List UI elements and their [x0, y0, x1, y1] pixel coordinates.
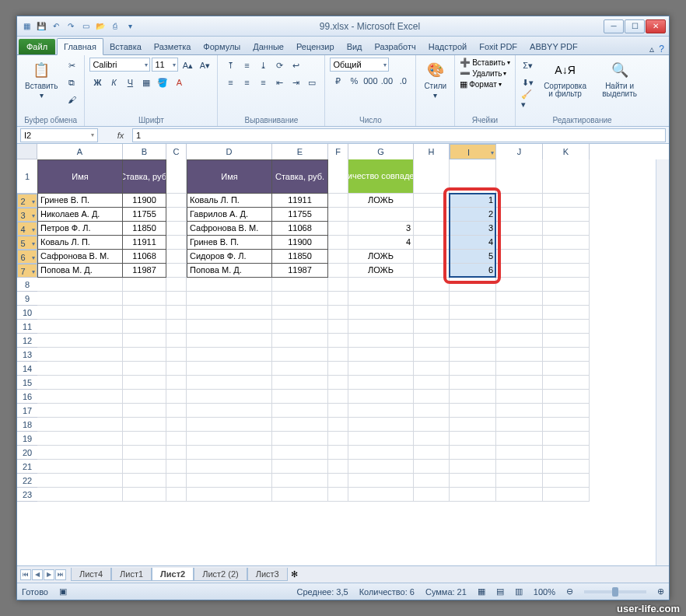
cell-F5[interactable] — [328, 236, 348, 250]
col-header-K[interactable]: K — [543, 144, 590, 159]
cell-E20[interactable] — [272, 446, 328, 460]
cell-A8[interactable] — [37, 278, 123, 292]
cell-G7[interactable]: ЛОЖЬ — [348, 264, 414, 278]
cell-G22[interactable] — [348, 474, 414, 488]
align-center-icon[interactable]: ≡ — [239, 75, 254, 90]
cell-F19[interactable] — [328, 432, 348, 446]
sheet-tab-0[interactable]: Лист4 — [71, 568, 111, 581]
cell-E11[interactable] — [272, 320, 328, 334]
cell-I15[interactable] — [450, 376, 496, 390]
align-left-icon[interactable]: ≡ — [222, 75, 238, 90]
row-header-11[interactable]: 11 — [17, 320, 37, 334]
cell-E15[interactable] — [272, 376, 328, 390]
wrap-text-icon[interactable]: ↩ — [288, 58, 303, 73]
cell-H12[interactable] — [414, 334, 450, 348]
cell-F16[interactable] — [328, 390, 348, 404]
cell-D21[interactable] — [187, 460, 272, 474]
fill-color-icon[interactable]: 🪣 — [155, 75, 170, 90]
cell-B20[interactable] — [123, 446, 166, 460]
row-header-2[interactable]: 2 — [17, 194, 37, 208]
cell-E22[interactable] — [272, 474, 328, 488]
cell-D15[interactable] — [187, 376, 272, 390]
cell-A3[interactable]: Николаев А. Д. — [37, 208, 123, 222]
cell-D1[interactable]: Имя — [187, 159, 272, 194]
row-header-20[interactable]: 20 — [17, 446, 37, 460]
cell-G23[interactable] — [348, 488, 414, 502]
cell-D18[interactable] — [187, 418, 272, 432]
cell-D23[interactable] — [187, 488, 272, 502]
cell-J8[interactable] — [496, 278, 543, 292]
ribbon-tab-10[interactable]: ABBYY PDF — [523, 39, 584, 54]
cell-C19[interactable] — [166, 432, 187, 446]
sort-filter-button[interactable]: A↓Я Сортировка и фильтр — [539, 58, 592, 100]
formula-input[interactable]: 1 — [132, 128, 666, 142]
cell-E7[interactable]: 11987 — [272, 264, 328, 278]
cell-A7[interactable]: Попова М. Д. — [37, 264, 123, 278]
cell-I23[interactable] — [450, 488, 496, 502]
cell-K16[interactable] — [543, 390, 590, 404]
cell-G1[interactable]: Количество совпадений — [348, 159, 414, 194]
cell-A6[interactable]: Сафронова В. М. — [37, 250, 123, 264]
cell-G20[interactable] — [348, 446, 414, 460]
cell-F11[interactable] — [328, 320, 348, 334]
cell-C10[interactable] — [166, 306, 187, 320]
inc-decimal-icon[interactable]: .00 — [379, 73, 394, 89]
cell-F18[interactable] — [328, 418, 348, 432]
cell-E8[interactable] — [272, 278, 328, 292]
row-header-14[interactable]: 14 — [17, 362, 37, 376]
cell-K1[interactable] — [543, 159, 590, 194]
cell-B1[interactable]: Ставка, руб. — [123, 159, 166, 194]
row-header-4[interactable]: 4 — [17, 222, 37, 236]
cell-E6[interactable]: 11850 — [272, 250, 328, 264]
cell-K17[interactable] — [543, 404, 590, 418]
cell-H4[interactable] — [414, 222, 450, 236]
cell-K19[interactable] — [543, 432, 590, 446]
ribbon-tab-4[interactable]: Данные — [247, 39, 290, 54]
cut-icon[interactable]: ✂ — [64, 58, 79, 73]
cell-J10[interactable] — [496, 306, 543, 320]
cell-B11[interactable] — [123, 320, 166, 334]
orientation-icon[interactable]: ⟳ — [271, 58, 287, 73]
row-header-3[interactable]: 3 — [17, 208, 37, 222]
font-name-select[interactable]: Calibri — [89, 58, 150, 72]
cell-F8[interactable] — [328, 278, 348, 292]
cell-H9[interactable] — [414, 292, 450, 306]
cell-G16[interactable] — [348, 390, 414, 404]
cell-H11[interactable] — [414, 320, 450, 334]
col-header-F[interactable]: F — [328, 144, 348, 159]
zoom-level[interactable]: 100% — [534, 587, 555, 597]
cell-J2[interactable] — [496, 194, 543, 208]
cell-B4[interactable]: 11850 — [123, 222, 166, 236]
cell-J4[interactable] — [496, 222, 543, 236]
find-select-button[interactable]: 🔍 Найти и выделить — [595, 58, 645, 100]
cell-B15[interactable] — [123, 376, 166, 390]
cell-F3[interactable] — [328, 208, 348, 222]
cell-D11[interactable] — [187, 320, 272, 334]
cell-I7[interactable]: 6 — [450, 264, 496, 278]
cell-J21[interactable] — [496, 460, 543, 474]
format-painter-icon[interactable]: 🖌 — [64, 92, 79, 107]
row-header-18[interactable]: 18 — [17, 418, 37, 432]
cell-H5[interactable] — [414, 236, 450, 250]
cell-A18[interactable] — [37, 418, 123, 432]
row-header-1[interactable]: 1 — [17, 159, 37, 194]
cell-K7[interactable] — [543, 264, 590, 278]
cell-H18[interactable] — [414, 418, 450, 432]
ribbon-tab-3[interactable]: Формулы — [197, 39, 247, 54]
autosum-icon[interactable]: Σ▾ — [520, 58, 536, 73]
col-header-H[interactable]: H — [414, 144, 450, 159]
bold-button[interactable]: Ж — [89, 75, 105, 90]
cell-B6[interactable]: 11068 — [123, 250, 166, 264]
cell-F21[interactable] — [328, 460, 348, 474]
cell-K11[interactable] — [543, 320, 590, 334]
cell-K15[interactable] — [543, 376, 590, 390]
cell-A4[interactable]: Петров Ф. Л. — [37, 222, 123, 236]
indent-inc-icon[interactable]: ⇥ — [288, 75, 303, 90]
cell-J15[interactable] — [496, 376, 543, 390]
cell-A13[interactable] — [37, 348, 123, 362]
cell-J19[interactable] — [496, 432, 543, 446]
cell-G19[interactable] — [348, 432, 414, 446]
cell-H19[interactable] — [414, 432, 450, 446]
cell-C9[interactable] — [166, 292, 187, 306]
cell-I10[interactable] — [450, 306, 496, 320]
